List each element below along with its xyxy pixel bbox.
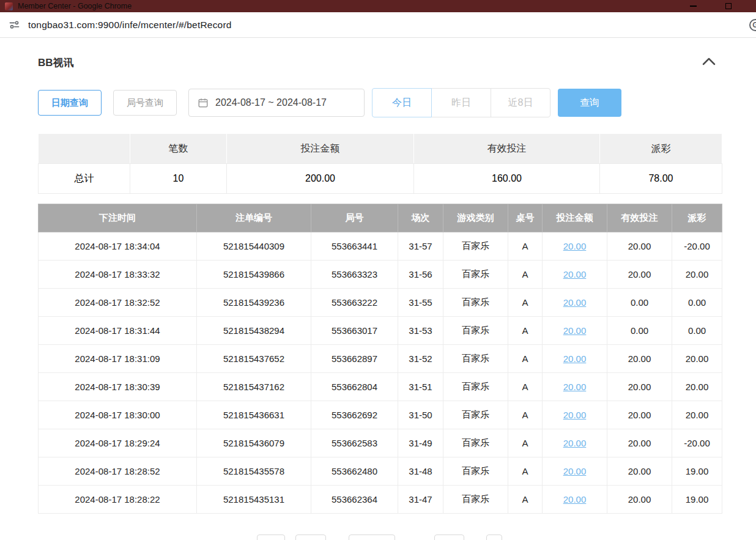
cell-valid-bet: 20.00 <box>607 232 672 261</box>
bet-amount-link[interactable]: 20.00 <box>563 325 587 336</box>
header-bet-time: 下注时间 <box>39 204 197 232</box>
round-query-tab[interactable]: 局号查询 <box>113 90 177 116</box>
cell-valid-bet: 20.00 <box>607 486 672 514</box>
table-row: 2024-08-17 18:31:44 521815438294 5536630… <box>39 317 722 345</box>
url-text[interactable]: tongbao31.com:9900/infe/mcenter/#/betRec… <box>28 20 232 31</box>
maximize-button[interactable] <box>724 2 733 10</box>
cell-valid-bet: 20.00 <box>607 373 672 401</box>
section-header: BB视讯 <box>38 55 722 70</box>
pagination-jump-input[interactable] <box>486 534 502 540</box>
cell-bet-amount: 20.00 <box>543 401 607 429</box>
cell-bet-amount: 20.00 <box>543 289 607 317</box>
cell-bet-time: 2024-08-17 18:30:39 <box>39 373 197 401</box>
cell-game-type: 百家乐 <box>443 289 508 317</box>
collapse-chevron-icon[interactable] <box>702 57 716 68</box>
cell-bet-number: 521815439866 <box>197 261 311 289</box>
bet-amount-link[interactable]: 20.00 <box>563 353 587 364</box>
summary-total-valid-bet: 160.00 <box>414 164 600 194</box>
cell-bet-amount: 20.00 <box>543 373 607 401</box>
window-controls <box>689 2 733 10</box>
table-row: 2024-08-17 18:28:22 521815435131 5536623… <box>39 486 722 514</box>
bet-amount-link[interactable]: 20.00 <box>563 438 587 448</box>
cell-bet-time: 2024-08-17 18:29:24 <box>39 429 197 457</box>
cell-game-type: 百家乐 <box>443 457 508 486</box>
bet-amount-link[interactable]: 20.00 <box>563 466 587 476</box>
cell-payout: -20.00 <box>672 429 722 457</box>
pagination-page-button[interactable] <box>295 534 326 540</box>
summary-total-bet-amount: 200.00 <box>227 164 414 194</box>
pagination-prev-button[interactable] <box>257 534 285 540</box>
bet-amount-link[interactable]: 20.00 <box>563 494 587 505</box>
summary-total-label: 总计 <box>39 164 130 194</box>
cell-bet-amount: 20.00 <box>543 429 607 457</box>
cell-session: 31-57 <box>398 232 443 261</box>
pagination-next-button[interactable] <box>434 534 464 540</box>
cell-round-number: 553663222 <box>311 289 398 317</box>
bet-amount-link[interactable]: 20.00 <box>563 382 587 392</box>
cell-round-number: 553662804 <box>311 373 398 401</box>
cell-session: 31-47 <box>398 486 443 514</box>
cell-payout: 20.00 <box>672 261 722 289</box>
cell-table-number: A <box>508 401 543 429</box>
bet-record-table: 下注时间 注单编号 局号 场次 游戏类别 桌号 投注金额 有效投注 派彩 202… <box>38 204 722 514</box>
cell-round-number: 553662897 <box>311 345 398 373</box>
window-title: Member Center - Google Chrome <box>18 2 684 10</box>
cell-valid-bet: 20.00 <box>607 457 672 486</box>
summary-header-empty <box>39 134 130 164</box>
search-button[interactable]: 查询 <box>558 89 621 117</box>
table-row: 2024-08-17 18:30:39 521815437162 5536628… <box>39 373 722 401</box>
header-valid-bet: 有效投注 <box>607 204 672 232</box>
cell-table-number: A <box>508 345 543 373</box>
cell-payout: 20.00 <box>672 373 722 401</box>
cell-round-number: 553662364 <box>311 486 398 514</box>
browser-extension-icon[interactable]: G <box>749 19 756 31</box>
cell-game-type: 百家乐 <box>443 261 508 289</box>
cell-table-number: A <box>508 373 543 401</box>
summary-header-row: 笔数 投注金额 有效投注 派彩 <box>39 134 722 164</box>
today-button[interactable]: 今日 <box>372 88 432 117</box>
cell-bet-amount: 20.00 <box>543 457 607 486</box>
cell-bet-time: 2024-08-17 18:30:00 <box>39 401 197 429</box>
site-settings-icon[interactable] <box>9 19 20 31</box>
cell-bet-amount: 20.00 <box>543 232 607 261</box>
minimize-button[interactable] <box>689 2 697 10</box>
cell-bet-amount: 20.00 <box>543 261 607 289</box>
cell-game-type: 百家乐 <box>443 373 508 401</box>
yesterday-button[interactable]: 昨日 <box>431 88 491 117</box>
app-icon <box>5 2 13 10</box>
bet-table-body: 2024-08-17 18:34:04 521815440309 5536634… <box>39 232 722 514</box>
header-round-number: 局号 <box>311 204 398 232</box>
cell-bet-amount: 20.00 <box>543 317 607 345</box>
cell-valid-bet: 20.00 <box>607 345 672 373</box>
cell-session: 31-55 <box>398 289 443 317</box>
cell-session: 31-50 <box>398 401 443 429</box>
summary-total-row: 总计 10 200.00 160.00 78.00 <box>39 164 722 194</box>
bet-amount-link[interactable]: 20.00 <box>563 410 587 420</box>
last8days-button[interactable]: 近8日 <box>491 88 550 117</box>
summary-header-bet-amount: 投注金额 <box>227 134 414 164</box>
pagination-page-size-select[interactable] <box>349 534 395 540</box>
cell-valid-bet: 20.00 <box>607 401 672 429</box>
cell-round-number: 553663323 <box>311 261 398 289</box>
header-table-number: 桌号 <box>508 204 543 232</box>
cell-game-type: 百家乐 <box>443 232 508 261</box>
cell-bet-number: 521815436079 <box>197 429 311 457</box>
cell-bet-number: 521815435578 <box>197 457 311 486</box>
cell-payout: 20.00 <box>672 401 722 429</box>
table-row: 2024-08-17 18:31:09 521815437652 5536628… <box>39 345 722 373</box>
cell-session: 31-52 <box>398 345 443 373</box>
summary-table: 笔数 投注金额 有效投注 派彩 总计 10 200.00 160.00 78.0… <box>38 133 722 194</box>
bet-amount-link[interactable]: 20.00 <box>563 241 587 251</box>
date-range-input[interactable]: 2024-08-17 ~ 2024-08-17 <box>188 89 365 117</box>
table-row: 2024-08-17 18:30:00 521815436631 5536626… <box>39 401 722 429</box>
cell-bet-number: 521815436631 <box>197 401 311 429</box>
cell-table-number: A <box>508 457 543 486</box>
bet-amount-link[interactable]: 20.00 <box>563 269 587 279</box>
cell-round-number: 553663017 <box>311 317 398 345</box>
header-bet-amount: 投注金额 <box>543 204 607 232</box>
cell-bet-number: 521815435131 <box>197 486 311 514</box>
date-query-tab[interactable]: 日期查询 <box>38 90 102 116</box>
cell-session: 31-51 <box>398 373 443 401</box>
cell-table-number: A <box>508 232 543 261</box>
bet-amount-link[interactable]: 20.00 <box>563 297 587 308</box>
